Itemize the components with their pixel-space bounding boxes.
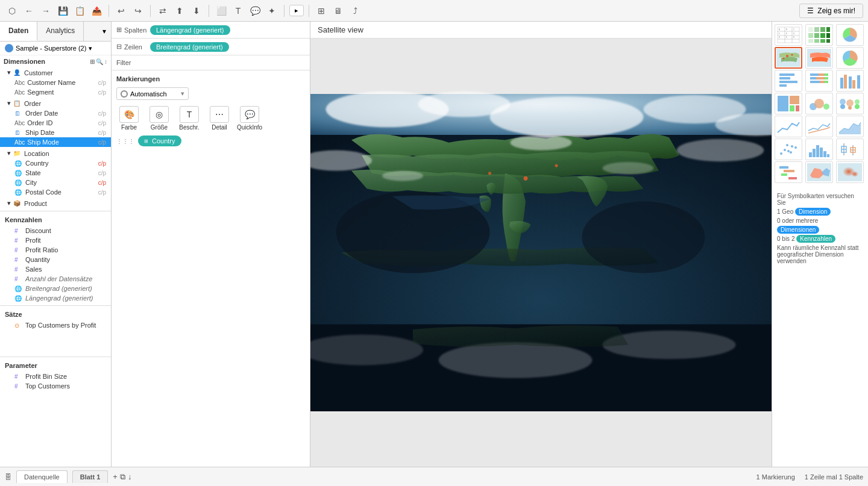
highlight-button[interactable]: ✦ xyxy=(265,4,279,18)
field-postal-code[interactable]: 🌐 Postal Code c/p xyxy=(0,187,111,197)
field-profit-ratio[interactable]: # Profit Ratio xyxy=(0,245,111,255)
chart-h-bar[interactable] xyxy=(775,70,802,92)
chart-symbol-map[interactable] xyxy=(775,47,802,69)
chart-pie[interactable] xyxy=(836,47,864,69)
detail-button[interactable]: ⋯ Detail xyxy=(207,106,232,131)
redo-button[interactable]: ↪ xyxy=(131,4,145,18)
save-as-button[interactable]: 📋 xyxy=(72,4,87,18)
publish-button[interactable]: 📤 xyxy=(89,4,104,18)
canvas-title-bar: Satellite view xyxy=(310,22,772,39)
undo-button[interactable]: ↩ xyxy=(114,4,128,18)
table-button[interactable]: ⊞ xyxy=(314,4,329,18)
chart-histogram[interactable] xyxy=(805,139,833,160)
location-group-header[interactable]: ▾ 📁 Location xyxy=(0,148,111,158)
field-city[interactable]: 🌐 City c/p xyxy=(0,178,111,187)
chart-area[interactable] xyxy=(836,116,864,137)
sheet1-tab[interactable]: Blatt 1 xyxy=(72,470,108,483)
chart-stacked-h-bar[interactable] xyxy=(805,70,833,92)
groesse-label: Größe xyxy=(151,124,168,131)
svg-rect-95 xyxy=(816,145,819,157)
field-sales[interactable]: # Sales xyxy=(0,264,111,274)
sort-asc-button[interactable]: ⬆ xyxy=(172,4,187,18)
chart-density-map[interactable] xyxy=(836,161,864,183)
chart-highlight[interactable] xyxy=(836,24,864,46)
dim-badge: Dimension xyxy=(795,208,831,216)
field-ship-mode[interactable]: Abc Ship Mode c/p xyxy=(0,137,111,147)
chart-filled-map[interactable] xyxy=(805,47,833,69)
new-sheet-icon[interactable]: + xyxy=(113,472,118,482)
order-group-header[interactable]: ▾ 📋 Order xyxy=(0,98,111,108)
zeilen-pill[interactable]: Breitengrad (generiert) xyxy=(150,42,229,52)
extract-icon[interactable]: ↓ xyxy=(128,472,132,482)
field-segment[interactable]: Abc Segment c/p xyxy=(0,87,111,97)
chart-box-plot[interactable] xyxy=(836,139,864,160)
present-button[interactable]: 🖥 xyxy=(331,4,345,18)
chart-heat-map[interactable] xyxy=(805,24,833,46)
middle-panel: ⊞ Spalten Längengrad (generiert) ⊟ Zeile… xyxy=(112,22,310,467)
label-button[interactable]: T xyxy=(231,4,245,18)
share-button[interactable]: ⤴ xyxy=(348,4,362,18)
field-laengengrad[interactable]: 🌐 Längengrad (generiert) xyxy=(0,293,111,303)
field-suffix: c/p xyxy=(98,79,106,86)
hash-icon: # xyxy=(14,276,23,282)
field-country[interactable]: 🌐 Country c/p xyxy=(0,158,111,168)
duplicate-icon[interactable]: ⧉ xyxy=(120,472,125,482)
field-discount[interactable]: # Discount xyxy=(0,226,111,235)
save-button[interactable]: 💾 xyxy=(55,4,70,18)
map-container[interactable] xyxy=(310,39,772,467)
country-pill[interactable]: ⊞ Country xyxy=(138,136,181,146)
chart-scatter[interactable] xyxy=(775,139,802,160)
svg-rect-41 xyxy=(814,33,819,38)
back-button[interactable]: ← xyxy=(22,4,36,18)
mark-type-button[interactable]: ⬜ xyxy=(214,4,228,18)
chart-side-circles[interactable] xyxy=(836,93,864,114)
field-breitengrad[interactable]: 🌐 Breitengrad (generiert) xyxy=(0,284,111,293)
field-quantity[interactable]: # Quantity xyxy=(0,255,111,264)
field-order-id[interactable]: Abc Order ID c/p xyxy=(0,118,111,128)
svg-point-87 xyxy=(784,149,786,151)
svg-point-88 xyxy=(787,150,790,152)
chart-circle-view[interactable] xyxy=(805,93,833,114)
chart-side-by-side[interactable] xyxy=(836,70,864,92)
chart-polygon-map[interactable] xyxy=(805,161,833,183)
svg-text:A: A xyxy=(779,28,780,31)
product-group-header[interactable]: ▾ 📦 Product xyxy=(0,198,111,208)
field-top-customers[interactable]: ⊙ Top Customers by Profit xyxy=(0,320,111,330)
svg-point-18 xyxy=(524,176,528,181)
chart-dual-line[interactable] xyxy=(805,116,833,137)
farbe-button[interactable]: 🎨 Farbe xyxy=(116,106,142,131)
spalten-pill[interactable]: Längengrad (generiert) xyxy=(150,25,230,35)
customer-group-header[interactable]: ▾ 👤 Customer xyxy=(0,67,111,78)
beschr-button[interactable]: T Beschr. xyxy=(177,106,202,131)
datasource-row[interactable]: Sample - Superstore (2) ▾ xyxy=(0,42,111,55)
groesse-button[interactable]: ◎ Größe xyxy=(146,106,172,131)
tab-data[interactable]: Daten xyxy=(0,22,37,41)
chart-text-table[interactable]: ABC 123 456 xyxy=(775,24,802,46)
search-icon[interactable]: 🔍 xyxy=(96,58,103,65)
tab-analytics[interactable]: Analytics xyxy=(37,22,84,41)
tooltip-button[interactable]: 💬 xyxy=(248,4,262,18)
chart-line[interactable] xyxy=(775,116,802,137)
param-profit-bin[interactable]: # Profit Bin Size xyxy=(0,372,111,381)
customer-group: ▾ 👤 Customer Abc Customer Name c/p Abc S… xyxy=(0,67,111,97)
field-state[interactable]: 🌐 State c/p xyxy=(0,168,111,178)
markings-dropdown[interactable]: Automatisch ▾ xyxy=(116,87,189,100)
chart-gantt[interactable] xyxy=(775,161,802,183)
grid-icon[interactable]: ⊞ xyxy=(90,58,95,65)
sort-icon[interactable]: ↕ xyxy=(104,58,107,65)
field-customer-name[interactable]: Abc Customer Name c/p xyxy=(0,78,111,87)
field-ship-date[interactable]: 🗓 Ship Date c/p xyxy=(0,128,111,137)
field-order-date[interactable]: 🗓 Order Date c/p xyxy=(0,108,111,118)
sort-desc-button[interactable]: ⬇ xyxy=(189,4,204,18)
quickinfo-button[interactable]: 💬 QuickInfo xyxy=(237,106,262,131)
param-top-customers[interactable]: # Top Customers xyxy=(0,381,111,391)
field-profit[interactable]: # Profit xyxy=(0,235,111,245)
field-row-count[interactable]: # Anzahl der Datensätze xyxy=(0,274,111,284)
customer-folder-icon: 👤 xyxy=(13,69,22,76)
chart-treemap[interactable] xyxy=(775,93,802,114)
datasource-tab[interactable]: Datenquelle xyxy=(16,470,68,483)
forward-button[interactable]: → xyxy=(39,4,53,18)
chart-type-dropdown[interactable]: ▸ xyxy=(289,5,304,16)
show-me-button[interactable]: ☰ Zeig es mir! xyxy=(799,4,863,18)
swap-button[interactable]: ⇄ xyxy=(156,4,170,18)
